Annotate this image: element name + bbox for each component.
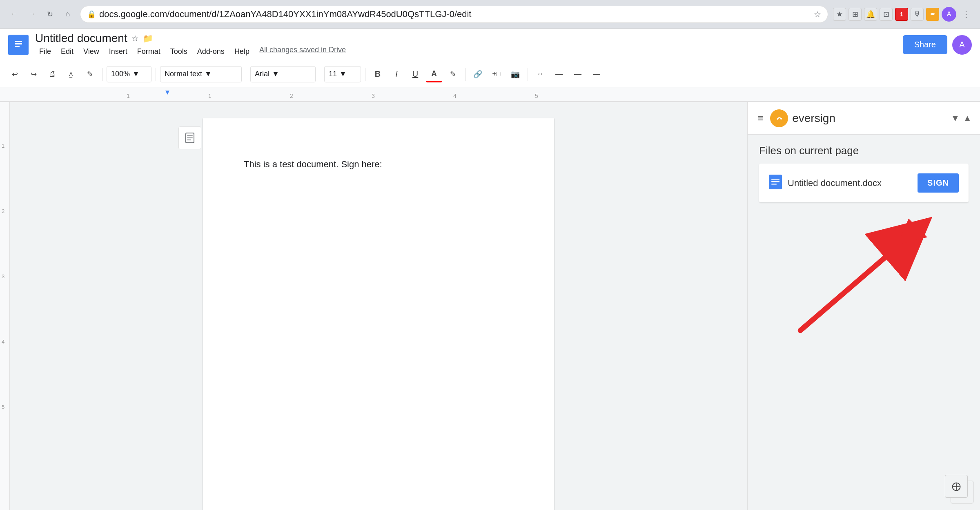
profile-icon[interactable]: A	[942, 7, 956, 22]
align-left-button[interactable]: ↔	[532, 66, 548, 82]
divider-2	[156, 68, 156, 81]
eversign-ext-icon[interactable]: ✒	[926, 8, 939, 21]
floating-expand-button[interactable]: ⨁	[945, 475, 968, 498]
divider-7	[528, 68, 528, 81]
panel-title-bar: Files on current page	[748, 135, 980, 164]
star-icon[interactable]: ☆	[814, 9, 821, 19]
menu-help[interactable]: Help	[230, 46, 254, 58]
menu-format[interactable]: Format	[133, 46, 165, 58]
hamburger-button[interactable]: ≡	[756, 110, 765, 126]
back-button[interactable]: ←	[7, 7, 21, 22]
divider-5	[365, 68, 365, 81]
file-doc-icon	[769, 175, 782, 192]
redo-button[interactable]: ↪	[25, 66, 42, 82]
forward-button[interactable]: →	[24, 7, 39, 22]
svg-text:1: 1	[208, 93, 212, 99]
star-icon[interactable]: ☆	[131, 33, 139, 43]
italic-button[interactable]: I	[388, 66, 405, 82]
underline-button[interactable]: U	[407, 66, 423, 82]
avatar[interactable]: A	[952, 35, 972, 55]
font-select[interactable]: Arial ▼	[250, 66, 316, 82]
document-area: This is a test document. Sign here:	[10, 102, 747, 510]
undo-button[interactable]: ↩	[7, 66, 23, 82]
zoom-arrow: ▼	[132, 70, 140, 78]
style-select[interactable]: Normal text ▼	[160, 66, 242, 82]
svg-text:4: 4	[453, 93, 457, 99]
zoom-select[interactable]: 100% ▼	[107, 66, 151, 82]
zoom-value: 100%	[111, 70, 130, 78]
ext-icon-4[interactable]: ⊡	[880, 8, 893, 21]
menu-file[interactable]: File	[35, 46, 55, 58]
ext-icon-2[interactable]: ⊞	[849, 8, 862, 21]
panel-collapse-button[interactable]: ▼	[951, 113, 960, 124]
header-right: Share A	[903, 35, 972, 55]
align-right-button[interactable]: ―	[570, 66, 586, 82]
svg-rect-2	[15, 43, 22, 44]
menu-edit[interactable]: Edit	[57, 46, 78, 58]
reload-button[interactable]: ↻	[42, 7, 57, 22]
svg-line-23	[800, 237, 909, 330]
menu-view[interactable]: View	[79, 46, 103, 58]
arrow-container	[771, 209, 957, 348]
font-size-select[interactable]: 11 ▼	[324, 66, 361, 82]
print-button[interactable]: 🖨	[44, 66, 60, 82]
menu-insert[interactable]: Insert	[105, 46, 131, 58]
nav-buttons: ← → ↻ ⌂	[7, 7, 75, 22]
ext-icon-5[interactable]: 1	[895, 8, 908, 21]
bold-button[interactable]: B	[370, 66, 386, 82]
address-bar[interactable]: 🔒 docs.google.com/document/d/1ZAoanYA48D…	[80, 6, 828, 23]
document-outline-button[interactable]	[178, 126, 201, 149]
red-arrow-svg	[771, 209, 957, 348]
ruler-num-3: 3	[2, 273, 4, 279]
docs-logo	[8, 35, 29, 55]
svg-rect-19	[771, 179, 780, 180]
font-value: Arial	[255, 70, 270, 78]
insert-image-button[interactable]: 📷	[507, 66, 523, 82]
panel-close-button[interactable]: ▲	[963, 113, 972, 124]
style-arrow: ▼	[205, 70, 212, 78]
divider-4	[320, 68, 320, 81]
save-status[interactable]: All changes saved in Drive	[259, 46, 346, 58]
eversign-panel: ≡ eversign ▼ ▲ Files on current page	[747, 102, 980, 510]
highlight-button[interactable]: ✎	[445, 66, 461, 82]
svg-point-17	[780, 118, 782, 120]
ruler: 1 1 2 3 4 5	[0, 87, 980, 102]
font-arrow: ▼	[272, 70, 279, 78]
menu-addons[interactable]: Add-ons	[193, 46, 229, 58]
file-name: Untitled document.docx	[788, 178, 882, 188]
ruler-num-1: 1	[2, 143, 4, 149]
file-info: Untitled document.docx	[769, 175, 882, 192]
link-button[interactable]: 🔗	[470, 66, 486, 82]
folder-icon[interactable]: 📁	[143, 33, 153, 43]
spell-check-button[interactable]: A̲	[63, 66, 79, 82]
svg-rect-20	[771, 181, 780, 182]
browser-extensions: ★ ⊞ 🔔 ⊡ 1 🎙 ✒ A ⋮	[833, 7, 973, 22]
svg-rect-15	[187, 140, 191, 140]
align-justify-button[interactable]: ―	[588, 66, 605, 82]
divider-6	[465, 68, 466, 81]
menu-tools[interactable]: Tools	[166, 46, 192, 58]
svg-marker-24	[898, 219, 927, 245]
paint-format-button[interactable]: ✎	[82, 66, 98, 82]
toolbar: ↩ ↪ 🖨 A̲ ✎ 100% ▼ Normal text ▼ Arial ▼ …	[0, 61, 980, 87]
font-size-value: 11	[329, 70, 337, 78]
text-color-button[interactable]: A	[426, 66, 442, 82]
eversign-logo: eversign	[770, 109, 835, 127]
style-value: Normal text	[165, 70, 202, 78]
ext-icon-3[interactable]: 🔔	[864, 8, 877, 21]
svg-marker-11	[165, 91, 169, 95]
svg-rect-14	[187, 137, 193, 138]
svg-text:2: 2	[290, 93, 293, 99]
svg-point-16	[774, 113, 784, 123]
ext-icon-6[interactable]: 🎙	[911, 8, 924, 21]
divider-3	[246, 68, 246, 81]
ext-icon-1[interactable]: ★	[833, 8, 846, 21]
share-button[interactable]: Share	[903, 35, 947, 54]
align-center-button[interactable]: ―	[551, 66, 567, 82]
insert-comment-button[interactable]: +□	[488, 66, 505, 82]
svg-text:1: 1	[127, 93, 130, 99]
sign-button[interactable]: SIGN	[918, 173, 959, 193]
more-options-button[interactable]: ⋮	[959, 7, 973, 22]
home-button[interactable]: ⌂	[60, 7, 75, 22]
document-title[interactable]: Untitled document	[35, 32, 127, 45]
